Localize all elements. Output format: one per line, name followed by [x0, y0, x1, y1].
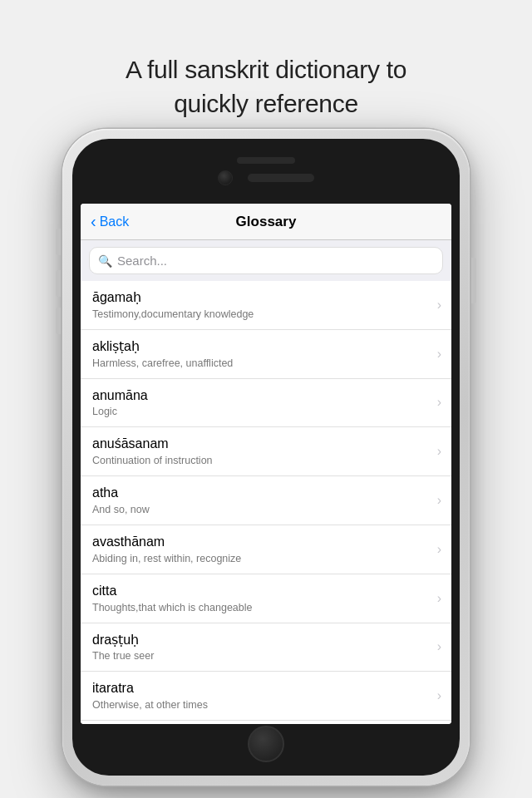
item-term: draṣṭuḥ [92, 632, 437, 649]
camera-row [218, 170, 314, 185]
item-term: akliṣṭaḥ [92, 338, 437, 356]
item-definition: Thoughts,that which is changeable [92, 602, 437, 614]
search-placeholder: Search... [117, 254, 167, 268]
list-item-content: citta Thoughts,that which is changeable [92, 583, 437, 614]
top-speaker [237, 157, 295, 164]
item-definition: Logic [92, 406, 437, 418]
chevron-left-icon: ‹ [91, 213, 96, 229]
list-item[interactable]: citta Thoughts,that which is changeable … [81, 574, 451, 623]
list-item-content: atha And so, now [92, 485, 437, 516]
back-button[interactable]: ‹ Back [81, 214, 139, 229]
list-item-content: itaratra Otherwise, at other times [92, 680, 437, 712]
chevron-right-icon: › [437, 639, 441, 654]
search-icon: 🔍 [98, 254, 112, 268]
item-definition: Continuation of instruction [92, 455, 437, 467]
home-button[interactable] [248, 726, 284, 762]
list-item[interactable]: anumāna Logic › [81, 379, 451, 428]
search-bar: 🔍 Search... [81, 240, 451, 281]
list-item-content: āgamaḥ Testimony,documentary knowledge [92, 289, 437, 321]
list-item[interactable]: anuśāsanam Continuation of instruction › [81, 427, 451, 476]
list-item[interactable]: atha And so, now › [81, 476, 451, 525]
chevron-right-icon: › [437, 591, 441, 606]
chevron-right-icon: › [437, 395, 441, 410]
list-item[interactable]: draṣṭuḥ The true seer › [81, 623, 451, 672]
item-definition: And so, now [92, 504, 437, 516]
item-definition: Harmless, carefree, unafflicted [92, 357, 437, 370]
list-item-content: anumāna Logic [92, 387, 437, 419]
phone-top-hardware [72, 157, 460, 185]
item-definition: Testimony,documentary knowledge [92, 308, 437, 321]
chevron-right-icon: › [437, 298, 441, 313]
camera [218, 170, 233, 185]
list-item-content: akliṣṭaḥ Harmless, carefree, unafflicted [92, 338, 437, 370]
item-term: avasthānam [92, 534, 437, 551]
page-header: A full sanskrit dictionary to quickly re… [0, 0, 532, 157]
list-item-content: anuśāsanam Continuation of instruction [92, 436, 437, 467]
nav-title: Glossary [236, 214, 297, 230]
item-term: itaratra [92, 680, 437, 697]
chevron-right-icon: › [437, 347, 441, 362]
list-item[interactable]: avasthānam Abiding in, rest within, reco… [81, 525, 451, 574]
navigation-bar: ‹ Back Glossary [81, 204, 451, 240]
chevron-right-icon: › [437, 493, 441, 508]
list-item[interactable]: āgamaḥ Testimony,documentary knowledge › [81, 281, 451, 330]
item-term: āgamaḥ [92, 289, 437, 307]
page-title: A full sanskrit dictionary to quickly re… [50, 27, 482, 140]
item-definition: Otherwise, at other times [92, 699, 437, 712]
item-definition: Abiding in, rest within, recognize [92, 553, 437, 565]
item-definition: The true seer [92, 650, 437, 663]
back-label: Back [100, 214, 130, 229]
phone-bezel: ‹ Back Glossary 🔍 Search... ā [72, 139, 460, 776]
list-item-content: avasthānam Abiding in, rest within, reco… [92, 534, 437, 565]
chevron-right-icon: › [437, 444, 441, 459]
item-term: anuśāsanam [92, 436, 437, 453]
list-item-content: draṣṭuḥ The true seer [92, 632, 437, 663]
list-item[interactable]: itaratra Otherwise, at other times › [81, 672, 451, 721]
phone-screen: ‹ Back Glossary 🔍 Search... ā [81, 204, 451, 724]
item-term: anumāna [92, 387, 437, 405]
chevron-right-icon: › [437, 542, 441, 557]
glossary-list: āgamaḥ Testimony,documentary knowledge ›… [81, 281, 451, 724]
search-input-wrapper[interactable]: 🔍 Search... [89, 247, 443, 274]
item-term: atha [92, 485, 437, 502]
phone-mockup: ‹ Back Glossary 🔍 Search... ā [62, 129, 470, 786]
list-item[interactable]: akliṣṭaḥ Harmless, carefree, unafflicted… [81, 330, 451, 379]
screen-content: ‹ Back Glossary 🔍 Search... ā [81, 204, 451, 724]
chevron-right-icon: › [437, 688, 441, 703]
item-term: citta [92, 583, 437, 600]
earpiece [248, 174, 314, 182]
